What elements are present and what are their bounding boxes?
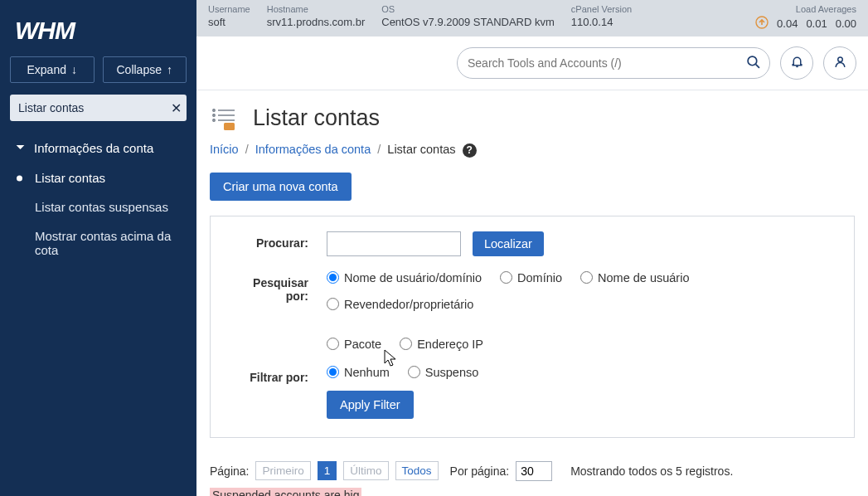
svg-point-3: [837, 57, 842, 62]
user-icon: [833, 55, 847, 71]
username-label: Username: [208, 4, 250, 14]
filter-panel: Procurar: Localizar Pesquisar por: Nome …: [210, 216, 855, 438]
svg-point-6: [213, 119, 215, 120]
page-1-button[interactable]: 1: [318, 461, 337, 480]
search-label: Procurar:: [227, 231, 327, 250]
chevron-down-icon: [15, 141, 26, 155]
showing-text: Mostrando todos os 5 registros.: [570, 464, 733, 478]
arrow-down-icon: ↓: [71, 63, 77, 76]
collapse-button[interactable]: Collapse ↑: [103, 56, 187, 83]
bc-home-link[interactable]: Início: [210, 143, 239, 156]
hostname-value: srv11.prodns.com.br: [267, 16, 366, 28]
radio-filter-none[interactable]: Nenhum: [327, 366, 390, 379]
radio-ip[interactable]: Endereço IP: [400, 338, 483, 351]
help-icon[interactable]: ?: [463, 143, 477, 158]
page-first-button[interactable]: Primeiro: [255, 461, 310, 480]
account-search-input[interactable]: [327, 231, 461, 256]
create-account-button[interactable]: Criar uma nova conta: [210, 173, 352, 201]
nav-item-list-accounts[interactable]: Listar contas: [0, 163, 196, 192]
hostname-label: Hostname: [267, 4, 366, 14]
radio-domain[interactable]: Domínio: [500, 271, 562, 284]
svg-point-4: [213, 109, 215, 110]
filterby-label: Filtrar por:: [227, 366, 327, 384]
nav-group-account-info[interactable]: Informações da conta: [0, 133, 196, 163]
expand-button[interactable]: Expand ↓: [10, 56, 95, 83]
radio-reseller[interactable]: Revendedor/proprietário: [327, 298, 473, 311]
search-icon[interactable]: [746, 55, 760, 71]
sidebar-search-input[interactable]: [10, 95, 187, 121]
svg-point-5: [213, 114, 215, 115]
username-value: soft: [208, 16, 250, 28]
topbar: Username soft Hostname srv11.prodns.com.…: [196, 0, 868, 36]
bc-current: Listar contas: [387, 143, 455, 156]
collapse-label: Collapse: [117, 63, 162, 76]
load-label: Load Averages: [755, 4, 856, 14]
perpage-input[interactable]: [516, 461, 552, 481]
notifications-button[interactable]: [780, 46, 813, 80]
radio-package[interactable]: Pacote: [327, 338, 381, 351]
radio-user-domain[interactable]: Nome de usuário/domínio: [327, 271, 482, 284]
main: Username soft Hostname srv11.prodns.com.…: [196, 0, 868, 496]
os-label: OS: [381, 4, 555, 14]
load-5m: 0.01: [806, 17, 827, 30]
searchby-label: Pesquisar por:: [227, 271, 327, 303]
suspended-note: Suspended accounts are hig: [210, 488, 361, 497]
bc-group-link[interactable]: Informações da conta: [255, 143, 371, 156]
expand-label: Expand: [27, 63, 66, 76]
list-accounts-icon: [210, 106, 238, 131]
clear-search-icon[interactable]: ✕: [171, 100, 182, 116]
sidebar: WHM Expand ↓ Collapse ↑ ✕ Informações da…: [0, 0, 196, 496]
cpver-label: cPanel Version: [571, 4, 632, 14]
load-1m: 0.04: [777, 17, 798, 30]
os-value: CentOS v7.9.2009 STANDARD kvm: [381, 16, 555, 28]
page-all-button[interactable]: Todos: [395, 461, 439, 480]
utilbar: [196, 36, 868, 90]
radio-filter-suspended[interactable]: Suspenso: [408, 366, 479, 379]
page-label: Página:: [210, 464, 249, 478]
nav-item-list-suspended[interactable]: Listar contas suspensas: [0, 192, 196, 221]
perpage-label: Por página:: [450, 464, 510, 478]
bell-icon: [790, 55, 804, 71]
apply-filter-button[interactable]: Apply Filter: [327, 391, 414, 419]
svg-rect-10: [224, 123, 235, 130]
arrow-up-icon: ↑: [167, 63, 172, 76]
cpver-value: 110.0.14: [571, 16, 632, 28]
svg-line-2: [756, 65, 759, 68]
page-last-button[interactable]: Último: [343, 461, 388, 480]
logo-area: WHM: [0, 0, 196, 56]
global-search-input[interactable]: [457, 47, 770, 79]
nav-group-label: Informações da conta: [34, 141, 153, 155]
locate-button[interactable]: Localizar: [473, 231, 544, 256]
breadcrumb: Início / Informações da conta / Listar c…: [210, 143, 855, 158]
load-15m: 0.00: [836, 17, 856, 30]
logo: WHM: [15, 17, 182, 45]
nav-item-over-quota[interactable]: Mostrar contas acima da cota: [0, 221, 196, 265]
page-title: Listar contas: [253, 105, 380, 131]
svg-point-1: [748, 56, 757, 66]
user-menu-button[interactable]: [823, 46, 856, 80]
update-available-icon[interactable]: [755, 16, 769, 32]
radio-user[interactable]: Nome de usuário: [580, 271, 689, 284]
